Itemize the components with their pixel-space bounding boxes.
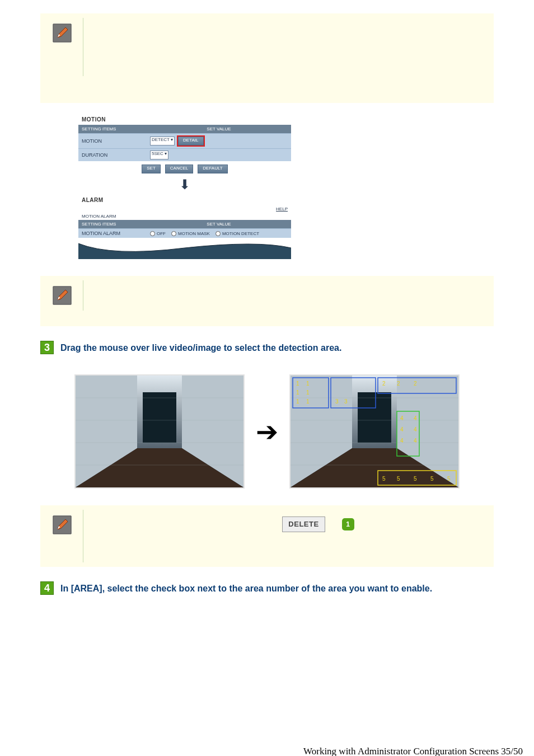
note-box-3: DELETE 1	[40, 505, 494, 567]
right-arrow-icon: ➔	[256, 416, 278, 447]
svg-text:2: 2	[414, 381, 417, 387]
step-3: 3 Drag the mouse over live video/image t…	[0, 337, 534, 358]
step-3-text: Drag the mouse over live video/image to …	[60, 343, 341, 353]
cancel-button[interactable]: CANCEL	[165, 165, 193, 173]
svg-text:5: 5	[447, 476, 451, 482]
svg-text:5: 5	[397, 476, 400, 482]
pencil-icon	[53, 24, 72, 43]
alarm-subhead: MOTION ALARM	[78, 213, 291, 220]
page-footer: Working with Administrator Configuration…	[303, 746, 523, 756]
svg-text:1: 1	[306, 389, 310, 396]
svg-text:1: 1	[306, 398, 310, 405]
step-4: 4 In [AREA], select the check box next t…	[0, 578, 534, 598]
svg-text:4: 4	[414, 426, 417, 433]
svg-text:2: 2	[382, 381, 386, 387]
duration-row: DURATION 5SEC ▾	[78, 148, 291, 161]
duration-select[interactable]: 5SEC ▾	[150, 151, 168, 159]
help-link[interactable]: HELP	[78, 205, 291, 213]
step-4-text: In [AREA], select the check box next to …	[60, 584, 432, 594]
page-curl-icon	[78, 238, 291, 259]
svg-text:1: 1	[296, 381, 299, 387]
svg-text:5: 5	[382, 476, 386, 482]
down-arrow-icon: ⬇	[78, 177, 291, 195]
area-badge-1: 1	[342, 518, 354, 530]
svg-text:1: 1	[306, 381, 310, 387]
svg-text:4: 4	[414, 415, 417, 421]
page: MOTION SETTING ITEMS SET VALUE MOTION DE…	[0, 13, 534, 756]
duration-row-label: DURATION	[78, 151, 147, 159]
note-box-2	[40, 276, 494, 326]
opt-detect[interactable]: MOTION DETECT	[216, 231, 259, 236]
svg-text:1: 1	[296, 389, 299, 396]
svg-text:1: 1	[296, 398, 299, 405]
svg-text:4: 4	[414, 438, 417, 444]
delete-button[interactable]: DELETE	[282, 516, 325, 532]
opt-mask[interactable]: MOTION MASK	[171, 231, 210, 236]
motion-row: MOTION DETECT ▾ DETAIL	[78, 133, 291, 148]
pencil-icon	[53, 515, 72, 534]
svg-text:3: 3	[335, 398, 339, 405]
alarm-header: SETTING ITEMS SET VALUE	[78, 220, 291, 228]
step-number-3: 3	[40, 341, 54, 354]
svg-text:5: 5	[414, 476, 417, 482]
svg-text:4: 4	[400, 438, 404, 444]
alarm-header-col2: SET VALUE	[147, 220, 291, 228]
note-box-1	[40, 13, 494, 103]
step-number-4: 4	[40, 581, 54, 595]
pencil-icon	[53, 286, 72, 305]
video-after: 11 11 11 222 33 44 44 44 55555	[289, 374, 460, 489]
alarm-title: ALARM	[78, 195, 291, 205]
svg-text:5: 5	[430, 476, 434, 482]
svg-text:2: 2	[397, 381, 400, 387]
detection-area-figure: ➔	[0, 363, 534, 505]
motion-select[interactable]: DETECT ▾	[150, 137, 175, 145]
detail-red-highlight: DETAIL	[177, 135, 204, 147]
default-button[interactable]: DEFAULT	[198, 165, 227, 173]
opt-off[interactable]: OFF	[150, 231, 166, 236]
detail-button[interactable]: DETAIL	[178, 137, 203, 145]
alarm-header-col1: SETTING ITEMS	[78, 220, 147, 228]
svg-rect-10	[143, 392, 176, 443]
svg-text:4: 4	[400, 415, 404, 421]
svg-rect-19	[358, 392, 391, 443]
header-set-value: SET VALUE	[147, 125, 291, 133]
motion-alarm-row: MOTION ALARM OFF MOTION MASK MOTION DETE…	[78, 228, 291, 238]
header-setting-items: SETTING ITEMS	[78, 125, 147, 133]
set-button[interactable]: SET	[142, 165, 161, 173]
motion-alarm-label: MOTION ALARM	[78, 229, 147, 238]
video-before	[74, 374, 245, 489]
motion-btn-row: SET CANCEL DEFAULT	[78, 161, 291, 177]
motion-row-label: MOTION	[78, 137, 147, 145]
svg-text:4: 4	[400, 426, 404, 433]
svg-text:3: 3	[344, 398, 348, 405]
motion-header: SETTING ITEMS SET VALUE	[78, 125, 291, 133]
config-panel-screenshot: MOTION SETTING ITEMS SET VALUE MOTION DE…	[0, 114, 534, 276]
motion-title: MOTION	[78, 114, 291, 125]
